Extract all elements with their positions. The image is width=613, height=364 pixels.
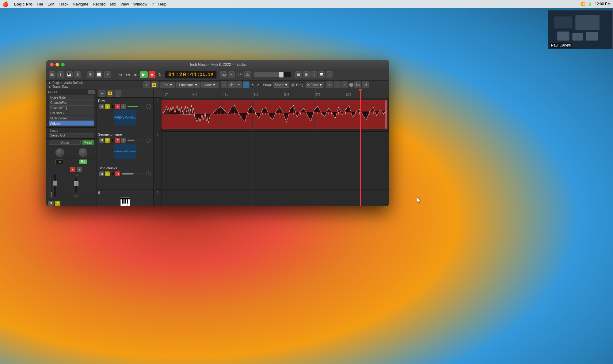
read-button[interactable]: Read [82,140,94,145]
apple-menu-icon[interactable]: 🍎 [2,1,9,7]
toolbar-piano[interactable]: 🎹 [66,71,73,78]
plugin-crumplepop[interactable]: CrumplePop [49,100,94,105]
toolbar-warning[interactable]: ⚠ [244,71,251,78]
raw-input-btn[interactable]: I [121,104,126,109]
group-button[interactable]: Group [49,140,81,145]
menubar-navigate[interactable]: Navigate [73,2,88,6]
menubar-edit[interactable]: Edit [48,2,54,6]
send-stereo-out[interactable]: Stereo Out [49,133,94,137]
segment-solo-btn[interactable]: S [105,138,110,143]
menubar-help[interactable]: Help [158,2,166,6]
menubar-file[interactable]: File [37,2,43,6]
minimize-button[interactable] [55,63,59,66]
plugin-channel-eq[interactable]: Channel EQ [49,105,94,110]
right-fader[interactable] [75,178,77,193]
toolbar-mixer[interactable]: 🎛 [74,71,81,78]
zoom-in[interactable]: + [326,81,333,88]
input-link-btn[interactable]: ∞ [88,90,95,94]
segment-input-btn[interactable]: I [121,138,126,143]
raw-rec-btn[interactable]: R [115,104,120,109]
record-enable-btn[interactable]: R [70,167,75,172]
rewind-button[interactable]: ⏮ [117,71,124,78]
segment-rec-btn[interactable]: R [115,138,120,143]
timechunks-solo-btn[interactable]: S [105,171,110,176]
toolbar-library[interactable]: 📚 [49,71,55,78]
toolbar-x[interactable]: ✕ [104,71,111,78]
track-expand[interactable]: ▶ [49,85,51,88]
timechunks-vol-fader[interactable] [122,173,145,174]
sub-record-btn[interactable]: S [151,81,158,88]
raw-solo-btn[interactable]: S [105,104,110,109]
timechunks-rec-btn[interactable]: R [115,171,120,176]
link-tool[interactable]: 🔗 [228,81,235,88]
raw-mute-btn[interactable]: M [99,104,104,109]
record-button[interactable]: ● [149,71,155,78]
raw-output-btn[interactable]: ○ [146,104,151,109]
menubar-mix[interactable]: Mix [110,2,116,6]
fast-forward-button[interactable]: ⏭ [124,71,131,78]
right-fader-handle[interactable] [74,181,78,186]
segment-mute-btn[interactable]: M [99,138,104,143]
zoom-out[interactable]: − [334,81,341,88]
zoom-fit[interactable]: ↕ [341,81,348,88]
view-button[interactable]: View ▼ [201,82,219,88]
input-monitor-btn[interactable]: I [77,167,82,172]
toolbar-add[interactable]: + [326,71,333,78]
scissors-tool[interactable]: ✂ [235,81,242,88]
master-volume-fader[interactable] [254,72,291,77]
toolbar-info[interactable]: ℹ [57,71,64,78]
play-button[interactable]: ▶ [140,71,148,78]
plugin-noise-gate[interactable]: Noise Gate [49,95,94,100]
toolbar-marker[interactable]: 🏷 [220,71,227,78]
sub-add-track[interactable]: + [143,81,150,88]
menubar-view[interactable]: View [120,2,129,6]
menubar-record[interactable]: Record [93,2,106,6]
menubar-window[interactable]: Window [133,2,147,6]
region-expand[interactable]: ▶ [49,81,51,84]
time-display[interactable]: 01:20:41 :11.30 [165,71,217,79]
vol-knob[interactable] [79,148,87,157]
raw-vol-fader[interactable] [128,106,145,107]
toolbar-chat[interactable]: 💬 [318,71,325,78]
menubar-help-q[interactable]: ? [152,2,154,6]
align-right[interactable]: ▷| [362,81,369,88]
expand-header-btn[interactable]: ↕ [115,90,121,97]
timechunks-output-btn[interactable]: ○ [146,171,151,176]
pointer-icon[interactable]: ↖ [252,82,255,87]
plugin-multipressor[interactable]: Multipressor [49,116,94,121]
toolbar-list-view[interactable]: ☰ [295,71,302,78]
functions-button[interactable]: Functions ▼ [176,82,201,88]
snap-toggle[interactable]: ≡ [291,83,295,87]
add-track-header-btn[interactable]: + [99,90,105,97]
edit-button[interactable]: Edit ▼ [160,82,175,88]
toolbar-settings[interactable]: ⚙ [87,71,94,78]
pointer2-icon[interactable]: ↗ [256,82,260,87]
mute-btn-strip[interactable]: M [48,201,54,206]
fader-handle[interactable] [53,181,57,186]
plugin-adlimit[interactable]: AdLimit [49,121,94,126]
menubar-logicpro[interactable]: Logic Pro [14,2,32,6]
cycle-button[interactable]: ↻ [156,71,163,78]
drag-select[interactable]: X-Fade ▼ [306,82,324,88]
segment-vol-fader[interactable] [128,140,145,141]
stop-button[interactable]: ■ [132,71,139,78]
toolbar-note[interactable]: ♩ [310,71,317,78]
align-left[interactable]: |◁ [354,81,361,88]
solo-btn-strip[interactable]: S [55,201,60,206]
timechunks-mute-btn[interactable]: M [99,171,104,176]
pan-knob[interactable] [55,148,64,157]
snap-select[interactable]: Smart ▼ [273,82,289,88]
toolbar-cpu[interactable]: 📊 [96,71,102,78]
main-fader[interactable] [54,173,56,198]
segment-output-btn[interactable]: ○ [146,138,151,143]
plugin-deesser[interactable]: DeEsser 2 [49,111,94,115]
raw-audio-region[interactable] [162,100,387,129]
menubar-track[interactable]: Track [59,2,68,6]
midi-tool[interactable]: 🎵 [243,81,249,88]
toolbar-scissors[interactable]: ✂ [228,71,235,78]
toolbar-grid-view[interactable]: ⊞ [303,71,310,78]
rec-header-btn[interactable]: S [107,90,113,97]
close-button[interactable] [50,63,54,66]
maximize-button[interactable] [61,63,65,66]
resize-tool[interactable]: ↔ [221,81,227,88]
